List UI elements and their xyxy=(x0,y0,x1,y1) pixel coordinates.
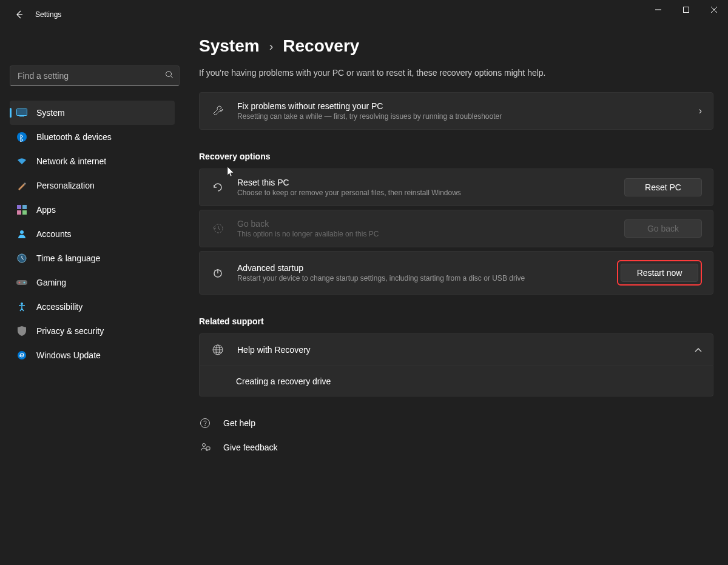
help-recovery-card[interactable]: Help with Recovery xyxy=(199,333,713,366)
sidebar-item-label: Bluetooth & devices xyxy=(36,132,112,142)
sidebar-item-label: Windows Update xyxy=(36,350,101,360)
reset-pc-card: Reset this PC Choose to keep or remove y… xyxy=(199,169,713,206)
restart-now-highlight: Restart now xyxy=(617,260,702,286)
sidebar-item-update[interactable]: Windows Update xyxy=(10,343,175,367)
breadcrumb-parent[interactable]: System xyxy=(199,36,260,56)
card-subtitle: This option is no longer available on th… xyxy=(237,230,612,238)
window-title: Settings xyxy=(35,10,61,19)
svg-rect-5 xyxy=(22,205,27,209)
sidebar-item-label: Apps xyxy=(36,205,56,215)
arrow-left-icon xyxy=(15,10,24,19)
sidebar-item-label: Personalization xyxy=(36,181,95,190)
sidebar-item-label: Accessibility xyxy=(36,302,83,312)
sidebar-item-privacy[interactable]: Privacy & security xyxy=(10,319,175,343)
svg-rect-0 xyxy=(684,7,689,13)
sidebar-item-accessibility[interactable]: Accessibility xyxy=(10,295,175,319)
card-title: Advanced startup xyxy=(237,263,605,273)
svg-point-19 xyxy=(201,419,210,428)
search-icon xyxy=(165,70,174,81)
shield-icon xyxy=(16,325,28,337)
sidebar-item-label: Time & language xyxy=(36,253,100,263)
system-icon xyxy=(16,107,28,119)
chevron-right-icon: › xyxy=(269,39,274,53)
accounts-icon xyxy=(16,228,28,240)
globe-icon xyxy=(211,343,225,357)
sidebar-item-personalization[interactable]: Personalization xyxy=(10,173,175,198)
related-support-header: Related support xyxy=(199,316,713,326)
sidebar-item-apps[interactable]: Apps xyxy=(10,198,175,222)
advanced-startup-card: Advanced startup Restart your device to … xyxy=(199,251,713,295)
minimize-icon xyxy=(655,7,661,13)
sidebar-item-network[interactable]: Network & internet xyxy=(10,149,175,173)
update-icon xyxy=(16,349,28,361)
card-title: Fix problems without resetting your PC xyxy=(237,101,687,111)
chevron-right-icon: › xyxy=(699,105,702,116)
gaming-icon xyxy=(16,276,28,289)
reset-pc-button[interactable]: Reset PC xyxy=(624,178,702,196)
close-icon xyxy=(711,7,717,13)
recovery-options-header: Recovery options xyxy=(199,152,713,161)
sidebar-item-system[interactable]: System xyxy=(10,101,175,125)
wrench-icon xyxy=(211,104,225,118)
sidebar-item-label: Accounts xyxy=(36,229,72,239)
sidebar-item-time[interactable]: Time & language xyxy=(10,246,175,270)
network-icon xyxy=(16,155,28,167)
maximize-icon xyxy=(683,7,689,13)
apps-icon xyxy=(16,204,28,216)
svg-point-13 xyxy=(21,303,23,305)
power-icon xyxy=(211,266,225,280)
help-icon xyxy=(199,416,211,430)
svg-rect-7 xyxy=(22,210,27,215)
get-help-link[interactable]: Get help xyxy=(199,411,713,435)
search-input[interactable] xyxy=(10,65,180,86)
restart-now-button[interactable]: Restart now xyxy=(621,264,698,282)
svg-rect-4 xyxy=(17,205,21,209)
accessibility-icon xyxy=(16,301,28,313)
sidebar-item-label: System xyxy=(36,108,65,118)
reset-icon xyxy=(211,180,225,195)
breadcrumb-current: Recovery xyxy=(283,36,359,56)
personalization-icon xyxy=(16,179,28,192)
sidebar-item-accounts[interactable]: Accounts xyxy=(10,222,175,246)
clock-icon xyxy=(16,252,28,264)
breadcrumb: System › Recovery xyxy=(199,36,713,56)
link-label: Get help xyxy=(223,418,255,428)
link-label: Give feedback xyxy=(223,443,278,452)
card-subtitle: Restart your device to change startup se… xyxy=(237,274,605,282)
fix-problems-card[interactable]: Fix problems without resetting your PC R… xyxy=(199,92,713,130)
card-title: Reset this PC xyxy=(237,178,612,187)
chevron-up-icon xyxy=(695,344,702,355)
svg-point-12 xyxy=(24,282,25,284)
creating-recovery-drive-link[interactable]: Creating a recovery drive xyxy=(199,366,713,396)
sidebar-item-label: Network & internet xyxy=(36,156,106,166)
go-back-card: Go back This option is no longer availab… xyxy=(199,210,713,247)
maximize-button[interactable] xyxy=(672,0,700,19)
svg-point-8 xyxy=(20,230,24,234)
feedback-icon xyxy=(199,440,211,455)
svg-rect-10 xyxy=(16,280,27,285)
svg-point-20 xyxy=(204,425,206,426)
sidebar-item-bluetooth[interactable]: Bluetooth & devices xyxy=(10,125,175,149)
go-back-button: Go back xyxy=(624,219,702,238)
back-button[interactable] xyxy=(10,5,29,24)
card-subtitle: Choose to keep or remove your personal f… xyxy=(237,189,612,197)
sidebar-item-label: Gaming xyxy=(36,278,66,287)
svg-point-21 xyxy=(203,444,206,447)
svg-rect-2 xyxy=(17,109,27,116)
minimize-button[interactable] xyxy=(644,0,672,19)
svg-rect-6 xyxy=(17,210,21,215)
svg-point-1 xyxy=(166,72,172,77)
card-title: Help with Recovery xyxy=(237,345,682,355)
bluetooth-icon xyxy=(16,131,28,143)
history-icon xyxy=(211,221,225,236)
give-feedback-link[interactable]: Give feedback xyxy=(199,435,713,460)
svg-rect-22 xyxy=(206,447,210,450)
sidebar-item-gaming[interactable]: Gaming xyxy=(10,270,175,295)
sidebar-item-label: Privacy & security xyxy=(36,326,104,336)
svg-point-11 xyxy=(19,282,21,284)
card-title: Go back xyxy=(237,219,612,229)
close-button[interactable] xyxy=(700,0,728,19)
page-subtitle: If you're having problems with your PC o… xyxy=(199,68,713,78)
card-subtitle: Resetting can take a while — first, try … xyxy=(237,112,687,121)
